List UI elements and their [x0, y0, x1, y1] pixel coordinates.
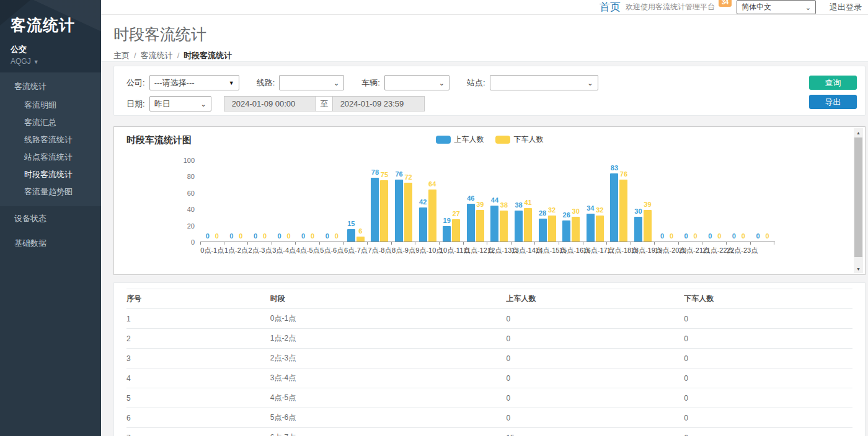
caret-down-icon: ▼ [33, 59, 39, 65]
bar-value-label: 0 [206, 232, 210, 240]
home-link[interactable]: 首页 [600, 0, 621, 14]
date-from-input[interactable] [224, 96, 316, 111]
scroll-down-arrow-icon[interactable]: ▼ [854, 264, 863, 273]
filter-row-2: 日期: 昨日 ⌄ 至 [126, 96, 865, 111]
bar-value-label: 78 [371, 168, 379, 176]
sidebar-subitem-0-3[interactable]: 站点客流统计 [0, 149, 101, 166]
bar-group: 00 [320, 160, 344, 242]
table-cell: 4点-5点 [270, 388, 507, 408]
notification-badge[interactable]: 34 [719, 0, 732, 7]
bar-group: 00 [224, 160, 249, 242]
vehicle-select[interactable]: ⌄ [384, 75, 450, 90]
table-row: 32点-3点00 [126, 349, 852, 368]
scroll-up-arrow-icon[interactable]: ▲ [854, 128, 863, 137]
table-header-2: 上车人数 [506, 289, 684, 309]
page-title: 时段客流统计 [113, 24, 868, 45]
sidebar-subitem-0-5[interactable]: 客流量趋势图 [0, 183, 101, 201]
sidebar-subitem-0-0[interactable]: 客流明细 [0, 97, 101, 114]
legend-item-alighting[interactable]: 下车人数 [495, 134, 544, 145]
breadcrumb-separator: / [130, 51, 141, 60]
bar-alighting: 72 [404, 183, 412, 242]
x-axis-label: 9点-10点 [415, 246, 440, 255]
export-button[interactable]: 导出 [809, 95, 857, 109]
line-select[interactable]: ⌄ [279, 75, 344, 90]
table-cell: 7 [126, 428, 270, 436]
x-axis-label: 5点-6点 [320, 246, 344, 255]
sidebar-item-1[interactable]: 设备状态 [0, 206, 101, 231]
table-cell: 1 [126, 309, 270, 329]
bar-group: 00 [751, 160, 775, 242]
bar-group: 00 [248, 160, 272, 242]
table-row: 10点-1点00 [126, 309, 852, 329]
table-cell: 0 [684, 368, 852, 388]
bar-value-label: 0 [708, 232, 712, 240]
bar-value-label: 0 [660, 232, 664, 240]
bar-boarding: 28 [539, 219, 547, 242]
bar-alighting: 32 [548, 216, 556, 242]
x-axis-label: 7点-8点 [368, 246, 392, 255]
filter-row-1: 公司: ---请选择--- ▼ 线路: ⌄ 车 [126, 75, 865, 90]
sidebar-menu: 客流统计客流明细客流汇总线路客流统计站点客流统计时段客流统计客流量趋势图设备状态… [0, 72, 101, 256]
sidebar-subitem-0-1[interactable]: 客流汇总 [0, 114, 101, 131]
date-preset-select[interactable]: 昨日 ⌄ [149, 96, 211, 111]
bar-group: 00 [296, 160, 320, 242]
language-select[interactable]: 简体中文 ⌄ [737, 0, 816, 14]
chart-scrollbar[interactable]: ▲ ▼ [854, 128, 863, 273]
bar-value-label: 41 [524, 199, 531, 206]
x-axis-label: 17点-18点 [607, 246, 631, 255]
bar-group: 4438 [487, 160, 512, 242]
legend-label: 上车人数 [454, 134, 484, 145]
chevron-down-icon: ⌄ [587, 80, 593, 86]
bar-value-label: 42 [419, 198, 427, 206]
table-cell: 6点-7点 [270, 428, 507, 436]
legend-item-boarding[interactable]: 上车人数 [436, 134, 484, 145]
date-to-input[interactable] [333, 96, 425, 111]
x-axis-label: 3点-4点 [272, 246, 296, 255]
user-menu[interactable]: AQGJ▼ [11, 57, 95, 66]
bar-value-label: 32 [548, 206, 556, 214]
bar-alighting: 76 [619, 180, 627, 242]
bar-value-label: 6 [358, 227, 362, 235]
bar-alighting: 27 [452, 219, 460, 242]
bar-group: 1927 [440, 160, 464, 242]
sidebar-item-0[interactable]: 客流统计 [0, 77, 101, 97]
bar-value-label: 0 [215, 232, 219, 240]
y-axis-label: 20 [187, 222, 195, 230]
query-button[interactable]: 查询 [809, 76, 857, 90]
bar-group: 3841 [512, 160, 536, 242]
table-header-0: 序号 [126, 289, 270, 309]
sidebar-section-0: 客流统计客流明细客流汇总线路客流统计站点客流统计时段客流统计客流量趋势图 [0, 72, 101, 206]
bar-alighting: 39 [476, 210, 484, 242]
bar-value-label: 0 [278, 232, 281, 240]
bar-group: 4639 [464, 160, 488, 242]
sidebar-item-2[interactable]: 基础数据 [0, 231, 101, 256]
bar-value-label: 76 [620, 170, 627, 178]
bar-alighting: 39 [644, 210, 652, 242]
table-cell: 3 [126, 349, 270, 368]
company-select[interactable]: ---请选择--- ▼ [149, 75, 239, 90]
breadcrumb-item-0[interactable]: 主页 [113, 51, 130, 60]
legend-label: 下车人数 [514, 134, 544, 145]
vehicle-label: 车辆: [361, 77, 380, 89]
plot-area: 0000000000001567875767242641927463944383… [200, 160, 775, 242]
bar-boarding: 78 [371, 178, 379, 242]
bar-alighting: 38 [500, 211, 508, 242]
x-axis-labels: 0点-1点1点-2点2点-3点3点-4点4点-5点5点-6点6点-7点7点-8点… [200, 246, 865, 255]
bar-value-label: 83 [611, 164, 618, 172]
logout-link[interactable]: 退出登录 [830, 2, 862, 13]
bar-value-label: 0 [239, 232, 242, 240]
sidebar-logo-area: 客流统计 公交 AQGJ▼ [0, 0, 101, 72]
scrollbar-thumb[interactable] [854, 137, 862, 257]
bar-group: 2630 [559, 160, 583, 242]
sidebar-subitem-0-2[interactable]: 线路客流统计 [0, 131, 101, 149]
x-axis-label: 21点-22点 [702, 246, 727, 255]
chart-panel: 时段车流统计图 上车人数下车人数 020406080100 0000000000… [113, 126, 866, 275]
station-select[interactable]: ⌄ [490, 75, 598, 90]
breadcrumb-item-1[interactable]: 客流统计 [141, 51, 173, 60]
breadcrumb-item-2: 时段客流统计 [184, 51, 232, 60]
sidebar-subitem-0-4[interactable]: 时段客流统计 [0, 166, 101, 183]
bar-group: 00 [272, 160, 296, 242]
table-cell: 6 [684, 428, 852, 436]
bar-boarding: 76 [395, 180, 403, 242]
table-cell: 6 [126, 408, 270, 428]
